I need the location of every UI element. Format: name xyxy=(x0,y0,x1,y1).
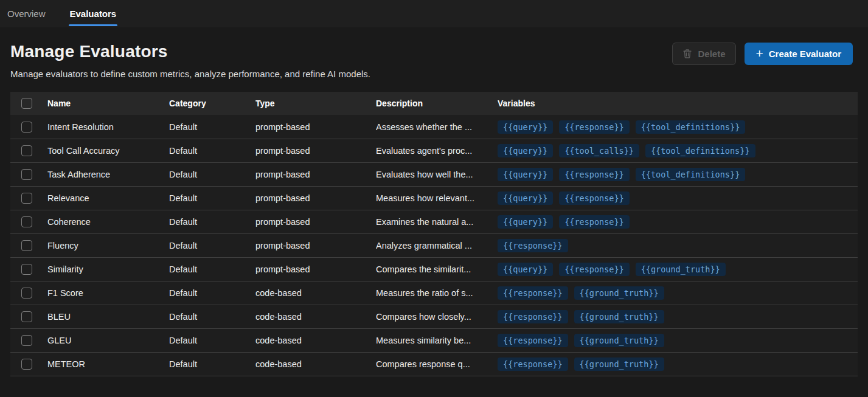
create-evaluator-button[interactable]: + Create Evaluator xyxy=(745,43,853,65)
cell-description: Evaluates agent's proc... xyxy=(376,146,498,156)
cell-variables: {{response}}{{ground_truth}} xyxy=(498,286,858,300)
row-checkbox-cell xyxy=(10,288,47,299)
cell-variables: {{response}}{{ground_truth}} xyxy=(498,357,858,371)
active-tab-underline xyxy=(69,24,118,26)
cell-description: Compares response q... xyxy=(376,359,498,369)
row-checkbox-cell xyxy=(10,359,47,370)
create-evaluator-button-label: Create Evaluator xyxy=(769,49,841,59)
row-checkbox-cell xyxy=(10,335,47,346)
cell-type: prompt-based xyxy=(255,217,376,227)
cell-description: Examines the natural a... xyxy=(376,217,498,227)
column-header-name: Name xyxy=(47,98,169,108)
variable-chip: {{response}} xyxy=(559,168,630,181)
cell-category: Default xyxy=(169,146,255,156)
table-row: Task AdherenceDefaultprompt-basedEvaluat… xyxy=(10,162,858,186)
column-header-type: Type xyxy=(255,98,376,108)
row-checkbox[interactable] xyxy=(21,169,32,180)
row-checkbox-cell xyxy=(10,169,47,180)
cell-description: Measures similarity be... xyxy=(376,336,498,345)
cell-type: code-based xyxy=(255,336,376,345)
table-body: Intent ResolutionDefaultprompt-basedAsse… xyxy=(10,115,858,376)
select-all-checkbox[interactable] xyxy=(21,98,32,109)
cell-name: F1 Score xyxy=(47,288,169,298)
table-row: F1 ScoreDefaultcode-basedMeasures the ra… xyxy=(10,281,858,305)
variable-chip: {{tool_calls}} xyxy=(559,144,639,157)
variable-chip: {{query}} xyxy=(498,168,553,181)
cell-name: Task Adherence xyxy=(47,170,169,179)
cell-name: GLEU xyxy=(47,336,169,345)
variable-chip: {{response}} xyxy=(498,239,568,252)
cell-type: code-based xyxy=(255,359,376,369)
cell-variables: {{query}}{{response}}{{ground_truth}} xyxy=(498,263,858,276)
cell-type: prompt-based xyxy=(255,146,376,156)
row-checkbox[interactable] xyxy=(21,288,32,299)
cell-description: Assesses whether the ... xyxy=(376,122,498,132)
column-header-description: Description xyxy=(376,98,498,108)
variable-chip: {{response}} xyxy=(559,263,630,276)
cell-description: Compares how closely... xyxy=(376,312,498,322)
row-checkbox-cell xyxy=(10,264,47,275)
evaluators-table: Name Category Type Description Variables… xyxy=(10,92,858,376)
cell-type: prompt-based xyxy=(255,122,376,132)
table-row: BLEUDefaultcode-basedCompares how closel… xyxy=(10,305,858,328)
cell-type: code-based xyxy=(255,312,376,322)
cell-type: prompt-based xyxy=(255,170,376,179)
table-row: GLEUDefaultcode-basedMeasures similarity… xyxy=(10,328,858,352)
tab-label: Evaluators xyxy=(70,9,117,19)
cell-variables: {{query}}{{response}} xyxy=(498,192,858,205)
cell-description: Measures how relevant... xyxy=(376,193,498,203)
cell-description: Analyzes grammatical ... xyxy=(376,241,498,250)
variable-chip: {{ground_truth}} xyxy=(574,286,664,300)
row-checkbox[interactable] xyxy=(21,193,32,204)
select-all-cell xyxy=(10,98,47,109)
row-checkbox[interactable] xyxy=(21,122,32,133)
cell-description: Measures the ratio of s... xyxy=(376,288,498,298)
cell-name: Similarity xyxy=(47,264,169,274)
cell-type: code-based xyxy=(255,288,376,298)
cell-variables: {{query}}{{response}}{{tool_definitions}… xyxy=(498,120,858,134)
variable-chip: {{ground_truth}} xyxy=(574,334,664,347)
cell-category: Default xyxy=(169,264,255,274)
table-row: METEORDefaultcode-basedCompares response… xyxy=(10,352,858,376)
cell-variables: {{query}}{{tool_calls}}{{tool_definition… xyxy=(498,144,858,157)
row-checkbox[interactable] xyxy=(21,359,32,370)
tab-evaluators[interactable]: Evaluators xyxy=(69,0,118,27)
cell-name: Relevance xyxy=(47,193,169,203)
variable-chip: {{response}} xyxy=(559,120,630,134)
variable-chip: {{ground_truth}} xyxy=(636,263,726,276)
table-row: Intent ResolutionDefaultprompt-basedAsse… xyxy=(10,115,858,139)
cell-name: Tool Call Accuracy xyxy=(47,146,169,156)
cell-category: Default xyxy=(169,241,255,250)
page-title: Manage Evaluators xyxy=(10,42,370,61)
row-checkbox-cell xyxy=(10,216,47,227)
trash-icon xyxy=(682,49,692,59)
row-checkbox-cell xyxy=(10,311,47,322)
delete-button[interactable]: Delete xyxy=(672,43,735,65)
header-actions: Delete + Create Evaluator xyxy=(672,43,853,65)
variable-chip: {{ground_truth}} xyxy=(574,310,664,323)
table-row: RelevanceDefaultprompt-basedMeasures how… xyxy=(10,186,858,210)
cell-name: Coherence xyxy=(47,217,169,227)
variable-chip: {{query}} xyxy=(498,192,553,205)
variable-chip: {{response}} xyxy=(498,310,568,323)
cell-type: prompt-based xyxy=(255,241,376,250)
row-checkbox[interactable] xyxy=(21,216,32,227)
row-checkbox-cell xyxy=(10,122,47,133)
row-checkbox[interactable] xyxy=(21,264,32,275)
variable-chip: {{response}} xyxy=(498,357,568,371)
row-checkbox[interactable] xyxy=(21,145,32,156)
column-header-category: Category xyxy=(169,98,255,108)
cell-category: Default xyxy=(169,336,255,345)
cell-category: Default xyxy=(169,217,255,227)
table-row: FluencyDefaultprompt-basedAnalyzes gramm… xyxy=(10,233,858,257)
row-checkbox[interactable] xyxy=(21,311,32,322)
cell-description: Evaluates how well the... xyxy=(376,170,498,179)
cell-name: Intent Resolution xyxy=(47,122,169,132)
variable-chip: {{tool_definitions}} xyxy=(636,120,746,134)
cell-variables: {{response}}{{ground_truth}} xyxy=(498,310,858,323)
tab-overview[interactable]: Overview xyxy=(6,0,47,27)
plus-icon: + xyxy=(756,47,763,60)
variable-chip: {{tool_definitions}} xyxy=(645,144,755,157)
row-checkbox[interactable] xyxy=(21,335,32,346)
row-checkbox[interactable] xyxy=(21,240,32,251)
